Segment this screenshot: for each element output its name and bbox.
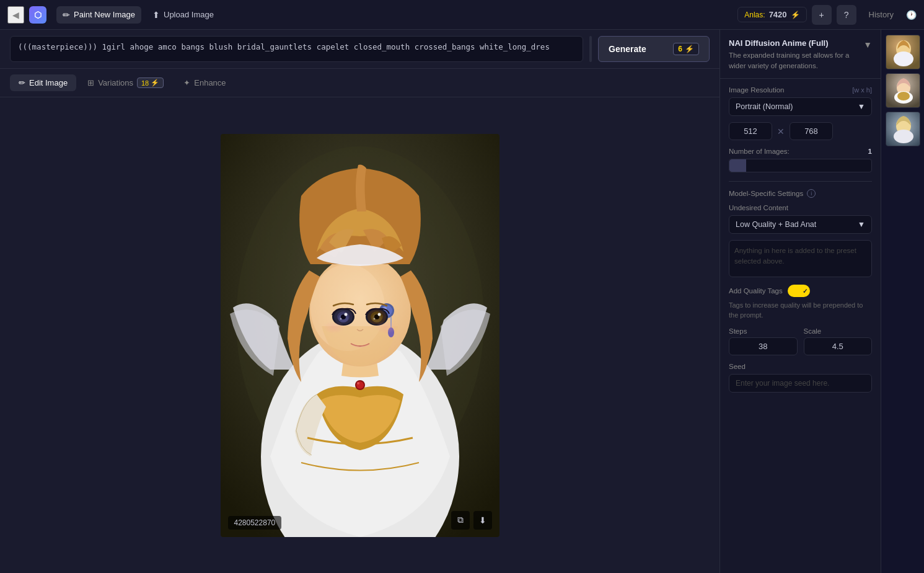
history-panel bbox=[881, 30, 924, 573]
model-description: The expanded training set allows for a w… bbox=[729, 50, 863, 78]
prompt-input[interactable]: (((masterpiece))) 1girl ahoge amco bangs… bbox=[10, 36, 583, 62]
history-thumb-3[interactable] bbox=[886, 112, 920, 146]
quality-tags-description: Tags to increase quality will be prepend… bbox=[729, 301, 872, 320]
info-icon: i bbox=[807, 189, 816, 198]
svg-point-22 bbox=[377, 313, 381, 316]
quality-tags-label: Add Quality Tags bbox=[729, 287, 783, 295]
svg-point-23 bbox=[373, 318, 375, 319]
undesired-preset: Low Quality + Bad Anat bbox=[736, 220, 816, 229]
image-area: 4280522870 ⧉ ⬇ bbox=[0, 97, 719, 573]
resolution-x-separator: ✕ bbox=[777, 127, 785, 136]
seed-label: Seed bbox=[729, 363, 872, 370]
settings-section: Image Resolution [w x h] Portrait (Norma… bbox=[720, 79, 881, 400]
help-button[interactable]: ? bbox=[837, 5, 856, 25]
anlas-display: Anlas: 7420 ⚡ bbox=[737, 7, 806, 22]
variations-label: Variations bbox=[98, 78, 133, 87]
resolution-chevron-icon: ▼ bbox=[858, 102, 865, 111]
model-section: NAI Diffusion Anime (Full) The expanded … bbox=[720, 30, 881, 79]
history-label: History bbox=[861, 10, 901, 19]
svg-point-24 bbox=[323, 321, 345, 334]
undesired-content-placeholder: Anything in here is added to the preset … bbox=[734, 247, 856, 265]
back-button[interactable]: ◀ bbox=[7, 6, 24, 24]
tab-edit-image[interactable]: ✏ Edit Image bbox=[10, 74, 76, 91]
image-actions: ⧉ ⬇ bbox=[451, 511, 492, 530]
resolution-label: Image Resolution [w x h] bbox=[729, 86, 872, 94]
upload-icon: ⬆ bbox=[152, 10, 160, 20]
steps-scale-row: Steps Scale bbox=[729, 327, 872, 355]
enhance-label: Enhance bbox=[194, 78, 226, 87]
anime-character-image bbox=[221, 134, 499, 537]
tool-tabs: ✏ Edit Image ⊞ Variations 18 ⚡ ✦ Enhance bbox=[0, 69, 719, 97]
generate-button[interactable]: Generate 6 ⚡ bbox=[598, 36, 710, 62]
svg-point-35 bbox=[897, 92, 910, 100]
history-icon: 🕐 bbox=[906, 10, 917, 20]
upload-image-button[interactable]: ⬆ Upload Image bbox=[146, 6, 220, 24]
model-name: NAI Diffusion Anime (Full) bbox=[729, 38, 863, 48]
scale-input[interactable] bbox=[804, 337, 873, 355]
steps-input[interactable] bbox=[729, 337, 798, 355]
slider-fill bbox=[729, 159, 746, 172]
undesired-chevron-icon: ▼ bbox=[858, 220, 865, 229]
quality-tags-row: Add Quality Tags bbox=[729, 285, 872, 297]
badge-value: 18 bbox=[141, 79, 149, 87]
center-panel: (((masterpiece))) 1girl ahoge amco bangs… bbox=[0, 30, 719, 573]
svg-point-16 bbox=[340, 318, 341, 319]
resolution-inputs: ✕ bbox=[729, 122, 872, 140]
copy-seed-button[interactable]: ⧉ bbox=[451, 511, 470, 530]
anlas-cost-badge: 6 ⚡ bbox=[673, 43, 699, 55]
paint-label: Paint New Image bbox=[74, 10, 135, 19]
num-images-label: Number of Images: 1 bbox=[729, 148, 872, 155]
scale-col: Scale bbox=[804, 327, 873, 355]
model-expand-chevron[interactable]: ▼ bbox=[863, 40, 872, 50]
width-input[interactable] bbox=[729, 122, 772, 140]
model-settings-label: Model-Specific Settings i bbox=[729, 189, 872, 198]
upload-label: Upload Image bbox=[164, 10, 214, 19]
add-button[interactable]: + bbox=[812, 5, 832, 25]
app-logo: ⬡ bbox=[29, 6, 46, 24]
num-images-value: 1 bbox=[868, 148, 872, 155]
steps-col: Steps bbox=[729, 327, 798, 355]
svg-point-28 bbox=[357, 382, 359, 384]
anlas-label: Anlas: bbox=[744, 11, 765, 19]
edit-icon: ✏ bbox=[19, 78, 25, 87]
divider-1 bbox=[729, 181, 872, 182]
image-seed: 4280522870 bbox=[228, 516, 282, 530]
tab-enhance[interactable]: ✦ Enhance bbox=[175, 74, 234, 91]
variations-badge: 18 ⚡ bbox=[137, 78, 164, 88]
variations-icon: ⊞ bbox=[87, 78, 94, 87]
tab-variations[interactable]: ⊞ Variations 18 ⚡ bbox=[79, 74, 172, 92]
steps-label: Steps bbox=[729, 327, 798, 335]
drag-handle[interactable] bbox=[589, 36, 592, 62]
generate-label: Generate bbox=[609, 44, 646, 54]
svg-point-25 bbox=[375, 321, 397, 334]
edit-label: Edit Image bbox=[29, 78, 68, 87]
undesired-label: Undesired Content bbox=[729, 204, 872, 211]
scale-label: Scale bbox=[804, 327, 873, 335]
anlas-icon: ⚡ bbox=[791, 11, 800, 19]
height-input[interactable] bbox=[790, 122, 833, 140]
save-image-button[interactable]: ⬇ bbox=[473, 511, 492, 530]
svg-point-31 bbox=[894, 51, 913, 66]
svg-point-38 bbox=[894, 130, 913, 143]
seed-input[interactable] bbox=[729, 374, 872, 393]
svg-point-15 bbox=[344, 313, 347, 316]
undesired-dropdown[interactable]: Low Quality + Bad Anat ▼ bbox=[729, 215, 872, 234]
anlas-value: 7420 bbox=[769, 10, 787, 19]
brush-icon: ✏ bbox=[63, 10, 70, 20]
num-images-slider[interactable] bbox=[729, 159, 872, 172]
main-layout: (((masterpiece))) 1girl ahoge amco bangs… bbox=[0, 30, 924, 573]
model-header: NAI Diffusion Anime (Full) The expanded … bbox=[729, 38, 872, 78]
cost-value: 6 bbox=[678, 45, 682, 53]
resolution-dropdown[interactable]: Portrait (Normal) ▼ bbox=[729, 97, 872, 116]
paint-new-image-button[interactable]: ✏ Paint New Image bbox=[56, 6, 141, 24]
quality-tags-toggle[interactable] bbox=[788, 285, 810, 297]
badge-icon: ⚡ bbox=[151, 79, 159, 87]
prompt-bar: (((masterpiece))) 1girl ahoge amco bangs… bbox=[0, 30, 719, 69]
history-thumb-2[interactable] bbox=[886, 73, 920, 108]
resolution-preset: Portrait (Normal) bbox=[736, 102, 793, 111]
resolution-hint: [w x h] bbox=[852, 86, 872, 94]
history-thumb-1[interactable] bbox=[886, 35, 920, 69]
right-settings-panel: NAI Diffusion Anime (Full) The expanded … bbox=[719, 30, 881, 573]
generated-image-container: 4280522870 ⧉ ⬇ bbox=[221, 134, 499, 537]
top-nav: ◀ ⬡ ✏ Paint New Image ⬆ Upload Image Anl… bbox=[0, 0, 924, 30]
